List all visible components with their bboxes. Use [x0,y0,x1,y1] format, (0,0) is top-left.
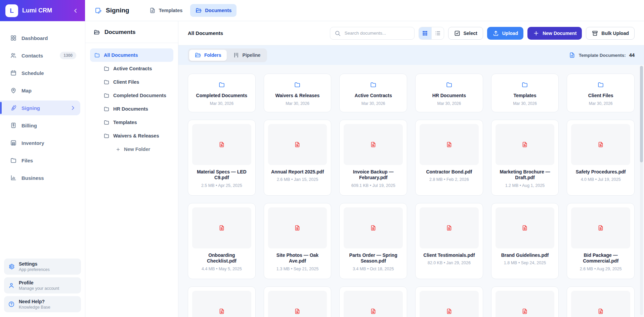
folder-card-completed-documents[interactable]: Completed Documents Mar 30, 2026 [188,74,256,112]
tree-item-waivers-releases[interactable]: Waivers & Releases [90,129,173,143]
doc-card-safety-procedures-pdf[interactable]: Safety Procedures.pdf 4.0 MB • Jul 19, 2… [567,120,635,196]
folder-card-waivers-releases[interactable]: Waivers & Releases Mar 30, 2026 [264,74,332,112]
folder-card-templates[interactable]: Templates Mar 30, 2026 [491,74,559,112]
upload-button[interactable]: Upload [487,27,523,40]
sidebar-item-map[interactable]: Map [0,83,80,98]
doc-thumbnail [268,207,327,248]
tree-item-templates[interactable]: Templates [90,116,173,129]
doc-card[interactable] [567,286,635,317]
cards-area: Completed Documents Mar 30, 2026 Waivers… [178,65,644,317]
folder-card-hr-documents[interactable]: HR Documents Mar 30, 2026 [415,74,483,112]
doc-card-name: Parts Order — Spring Season.pdf [344,252,403,264]
top-tab-documents[interactable]: Documents [190,4,237,17]
doc-card-client-testimonials-pdf[interactable]: Client Testimonials.pdf 82.0 KB • Jan 29… [415,203,483,279]
folder-icon [103,92,110,98]
tree-item-active-contracts[interactable]: Active Contracts [90,62,173,75]
sidebar-item-contacts[interactable]: Contacts 1300 [0,48,80,63]
contacts-icon [10,52,17,59]
sidebar-item-label: Dashboard [22,35,76,41]
pipeline-tab[interactable]: Pipeline [227,50,266,61]
folder-icon [446,81,453,88]
list-view-icon [434,30,441,37]
doc-card[interactable] [415,286,483,317]
scrollbar-thumb[interactable] [640,66,643,162]
checkbox-icon [454,30,461,37]
doc-card-annual-report-2025-pdf[interactable]: Annual Report 2025.pdf 2.6 MB • Jan 15, … [264,120,332,196]
folder-open-icon [195,52,201,58]
new-document-button[interactable]: New Document [527,27,582,40]
app-name: Lumi CRM [22,7,68,14]
doc-card-meta: 2.6 MB • Jan 15, 2025 [268,177,327,182]
tree-item-client-files[interactable]: Client Files [90,75,173,89]
bulk-upload-button[interactable]: Bulk Upload [586,27,635,40]
doc-card-contractor-bond-pdf[interactable]: Contractor Bond.pdf 2.8 MB • Feb 2, 2026 [415,120,483,196]
app-root: L Lumi CRM Dashboard Contacts 1300 Sched [0,0,644,317]
doc-card-name: Client Testimonials.pdf [420,252,479,259]
top-tab-templates[interactable]: Templates [144,4,188,17]
footer-item-subtitle: App preferences [19,267,50,272]
content-header: All Documents [178,21,644,45]
pdf-file-icon [446,141,453,148]
search-input[interactable] [344,30,410,36]
pipeline-icon [233,52,240,58]
folder-open-icon [195,7,202,14]
page-title-group: Signing [95,7,129,14]
doc-card-name: Brand Guidelines.pdf [496,252,555,259]
list-view-button[interactable] [431,27,444,39]
sidebar-footer-item[interactable]: Profile Manage your account [4,277,81,293]
pdf-file-icon [294,308,301,315]
pdf-file-icon [294,225,301,231]
sidebar-item-dashboard[interactable]: Dashboard [0,31,80,45]
sidebar-footer-item[interactable]: Need Help? Knowledge Base [4,296,81,312]
doc-thumbnail [571,207,630,248]
content-area: All Documents [178,21,644,317]
pdf-file-icon [521,225,528,231]
tree-item-label: HR Documents [113,106,148,112]
folder-icon [94,52,100,58]
footer-item-title: Profile [19,280,59,285]
sidebar: L Lumi CRM Dashboard Contacts 1300 Sched [0,0,85,317]
folder-card-client-files[interactable]: Client Files Mar 30, 2026 [567,74,635,112]
folder-card-active-contracts[interactable]: Active Contracts Mar 30, 2026 [339,74,407,112]
new-folder-button[interactable]: New Folder [85,143,178,152]
doc-card-brand-guidelines-pdf[interactable]: Brand Guidelines.pdf 1.8 MB • Sep 24, 20… [491,203,559,279]
doc-card-onboarding-checklist-pdf[interactable]: Onboarding Checklist.pdf 4.4 MB • May 5,… [188,203,256,279]
folder-icon [521,81,528,88]
pdf-file-icon [446,225,453,231]
tree-item-hr-documents[interactable]: HR Documents [90,102,173,116]
folder-card-date: Mar 30, 2026 [343,101,403,106]
vertical-scrollbar[interactable] [640,66,643,315]
sidebar-item-inventory[interactable]: Inventory [0,135,80,150]
search-box[interactable] [330,27,415,40]
folders-tab[interactable]: Folders [189,50,227,61]
sidebar-collapse-icon[interactable] [72,7,79,14]
sidebar-item-billing[interactable]: Billing [0,118,80,133]
doc-card-parts-order-spring-season-pdf[interactable]: Parts Order — Spring Season.pdf 3.4 MB •… [339,203,407,279]
folder-icon [103,133,110,139]
sidebar-item-business[interactable]: Business [0,170,80,185]
doc-card[interactable] [491,286,559,317]
doc-card-site-photos-oak-ave-pdf[interactable]: Site Photos — Oak Ave.pdf 1.3 MB • Sep 2… [264,203,332,279]
doc-card[interactable] [188,286,256,317]
tree-item-all-documents[interactable]: All Documents [90,48,173,62]
tree-item-label: Client Files [113,79,139,85]
sidebar-item-schedule[interactable]: Schedule [0,66,80,80]
doc-card-material-specs-led-c9-pdf[interactable]: Material Specs — LED C9.pdf 2.5 MB • Apr… [188,120,256,196]
tree-item-label: Templates [113,120,137,125]
grid-view-button[interactable] [419,27,431,39]
tree-item-completed-documents[interactable]: Completed Documents [90,89,173,102]
doc-card-invoice-backup-february-pdf[interactable]: Invoice Backup — February.pdf 609.1 KB •… [339,120,407,196]
folder-tree: All Documents Active Contracts Client Fi… [85,43,178,143]
folder-icon [294,81,301,88]
pdf-file-icon [218,308,225,315]
sidebar-item-signing[interactable]: Signing [0,101,80,115]
doc-icon [149,7,156,14]
sidebar-footer-item[interactable]: Settings App preferences [4,259,81,275]
doc-card[interactable] [339,286,407,317]
top-tab-label: Templates [159,8,183,13]
doc-card-bid-package-commercial-pdf[interactable]: Bid Package — Commercial.pdf 2.6 MB • Au… [567,203,635,279]
sidebar-item-files[interactable]: Files [0,153,80,168]
select-button[interactable]: Select [448,27,483,40]
doc-card[interactable] [264,286,332,317]
doc-card-marketing-brochure-draft-pdf[interactable]: Marketing Brochure — Draft.pdf 1.2 MB • … [491,120,559,196]
